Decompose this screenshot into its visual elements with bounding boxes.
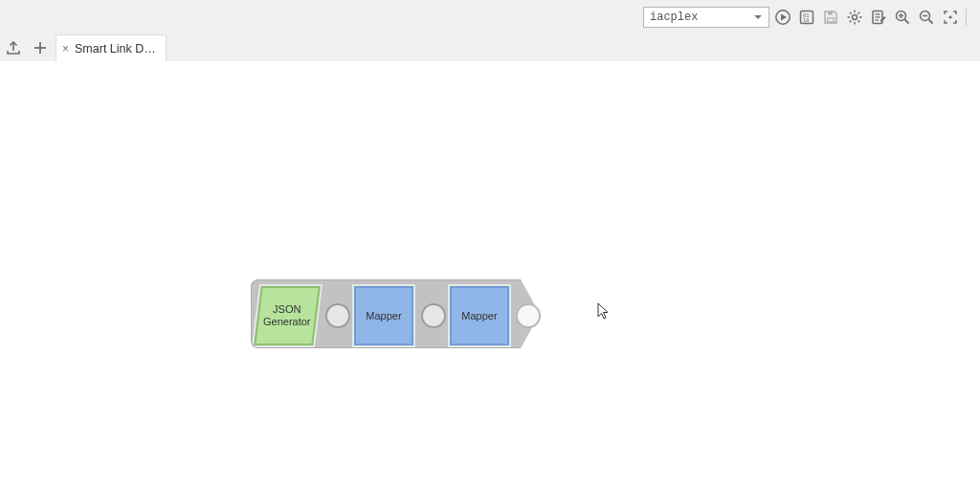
svg-line-24 — [928, 19, 932, 23]
svg-line-12 — [858, 21, 860, 23]
close-icon[interactable]: × — [62, 43, 69, 55]
export-icon — [5, 39, 22, 56]
gear-icon — [846, 9, 863, 26]
tab-row: × Smart Link D… — [0, 34, 980, 62]
cursor-icon — [597, 302, 611, 322]
snap-label: Mapper — [459, 310, 499, 322]
save-icon — [822, 9, 839, 26]
snap-mapper-2[interactable]: Mapper — [450, 286, 509, 345]
svg-line-20 — [904, 19, 908, 23]
binary-button[interactable]: 01 10 — [796, 7, 817, 28]
play-icon — [774, 9, 791, 26]
toolbar-divider — [966, 9, 967, 26]
connector-output[interactable] — [516, 303, 541, 328]
zoom-in-button[interactable] — [892, 7, 913, 28]
svg-rect-4 — [828, 18, 835, 22]
svg-rect-5 — [828, 12, 833, 15]
notes-icon — [870, 9, 887, 26]
zoom-out-icon — [918, 9, 935, 26]
svg-text:10: 10 — [803, 17, 810, 23]
zoom-in-icon — [894, 9, 911, 26]
svg-point-26 — [948, 15, 951, 18]
toolbar-right-group: iacplex 01 10 — [643, 7, 969, 28]
snap-label: JSON Generator — [261, 303, 313, 328]
connector-1[interactable] — [325, 303, 350, 328]
snap-json-generator[interactable]: JSON Generator — [254, 286, 321, 345]
tab-smart-link[interactable]: × Smart Link D… — [56, 34, 167, 62]
svg-point-6 — [853, 15, 858, 20]
snap-mapper-1[interactable]: Mapper — [354, 286, 413, 345]
settings-button[interactable] — [844, 7, 865, 28]
add-button[interactable] — [27, 34, 54, 61]
run-button[interactable] — [772, 7, 793, 28]
notes-button[interactable] — [868, 7, 889, 28]
fit-screen-button[interactable] — [940, 7, 961, 28]
profile-dropdown[interactable]: iacplex — [643, 7, 769, 28]
svg-line-13 — [850, 21, 852, 23]
snap-label: Mapper — [364, 310, 403, 322]
svg-line-11 — [850, 12, 852, 14]
zoom-out-button[interactable] — [916, 7, 937, 28]
plus-icon — [32, 39, 49, 56]
fit-screen-icon — [942, 9, 959, 26]
binary-icon: 01 10 — [798, 9, 815, 26]
top-toolbar: iacplex 01 10 — [0, 0, 980, 35]
export-button[interactable] — [0, 34, 27, 61]
chevron-down-icon — [751, 11, 765, 24]
tab-label: Smart Link D… — [75, 42, 156, 55]
profile-dropdown-value: iacplex — [650, 11, 698, 24]
connector-2[interactable] — [421, 303, 446, 328]
pipeline-group[interactable]: JSON Generator Mapper Mapper — [251, 279, 540, 348]
pipeline-canvas[interactable]: JSON Generator Mapper Mapper — [0, 61, 980, 488]
save-button[interactable] — [820, 7, 841, 28]
svg-line-14 — [858, 12, 860, 14]
